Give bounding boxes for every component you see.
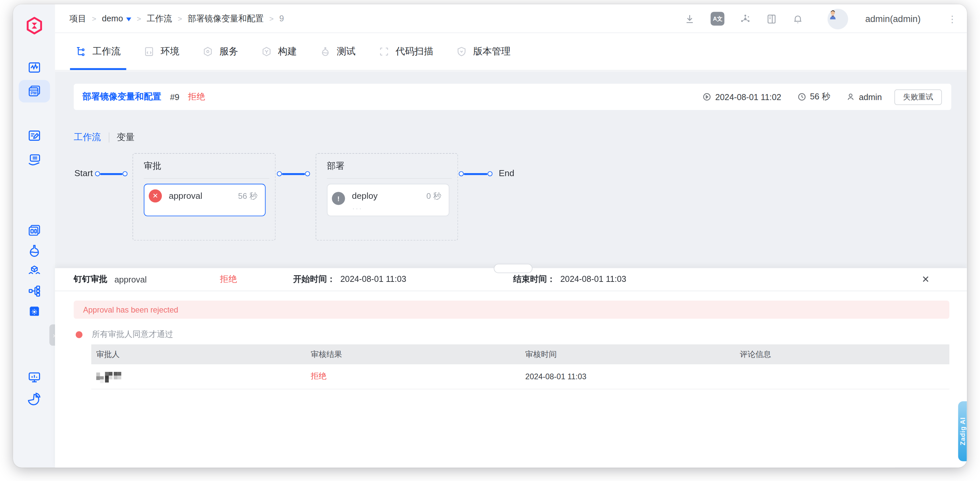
sidebar-item-delivery[interactable] (23, 149, 45, 171)
sidebar: PM (13, 4, 55, 467)
job-card-deploy[interactable]: ! deploy 0 秒 · · · (327, 184, 449, 216)
stage-divider (144, 178, 269, 179)
breadcrumb-separator: > (269, 14, 274, 23)
panel-end-time: 结束时间：2024-08-01 11:03 (513, 274, 626, 285)
environment-windows-icon (27, 224, 41, 237)
tab-services[interactable]: 服务 (202, 33, 238, 70)
col-time: 审核时间 (520, 349, 735, 360)
username-label[interactable]: admin(admin) (865, 14, 921, 24)
start-node-label: Start (75, 168, 93, 178)
error-alert: Approval has been rejected (74, 301, 949, 319)
integrations-icon[interactable] (740, 13, 751, 24)
test-flask-icon (320, 46, 331, 57)
sidebar-item-insight[interactable] (23, 366, 45, 389)
tab-version-management[interactable]: 版本管理 (456, 33, 511, 70)
package-hands-icon (27, 264, 41, 278)
breadcrumb-project-name[interactable]: demo (102, 14, 131, 23)
close-panel-icon[interactable]: ✕ (920, 274, 931, 285)
approval-rule-row: 所有审批人同意才通过 (76, 329, 173, 340)
stage-title: 审批 (144, 161, 161, 172)
panel-status: 拒绝 (220, 274, 237, 285)
job-duration: 0 秒 (426, 191, 441, 202)
workflow-tree-icon (76, 46, 86, 57)
failed-status-icon: ✕ (149, 190, 162, 202)
approval-type-label: 钉钉审批 (74, 274, 107, 285)
breadcrumb-separator: > (137, 14, 141, 23)
content-area: 部署镜像变量和配置 #9 拒绝 2024-08-01 11:02 56 秒 (55, 72, 967, 468)
job-name: deploy (352, 191, 378, 201)
tab-code-scan[interactable]: 代码扫描 (379, 33, 433, 70)
tab-environments[interactable]: 环境 (144, 33, 180, 70)
svg-text:PM: PM (30, 91, 37, 96)
tab-builds[interactable]: 构建 (261, 33, 297, 70)
monitor-chart-icon (27, 371, 41, 384)
sidebar-item-artifacts[interactable] (23, 260, 45, 282)
environment-code-icon (144, 46, 154, 57)
app-window: PM (13, 4, 967, 467)
sidebar-item-settings[interactable] (23, 300, 45, 322)
col-approver: 审批人 (91, 349, 306, 360)
job-subline-clipped: · · · (353, 205, 425, 210)
sidebar-item-pipelines[interactable] (23, 280, 45, 302)
connector (95, 171, 127, 176)
connector (277, 171, 310, 176)
pie-chart-icon (27, 392, 41, 406)
panel-start-time: 开始时间：2024-08-01 11:03 (293, 274, 406, 285)
top-actions: A文 admin(admin) ⋮ (684, 4, 957, 33)
stage-title: 部署 (327, 161, 344, 172)
activity-monitor-icon (27, 61, 41, 74)
app-stage: PM (0, 0, 980, 481)
zadig-ai-label: Zadig AI (959, 417, 966, 445)
more-menu-icon[interactable]: ⋮ (948, 14, 957, 23)
settings-gear-icon (27, 304, 41, 318)
tab-workflows[interactable]: 工作流 (76, 33, 121, 70)
time-cell: 2024-08-01 11:03 (520, 372, 735, 381)
job-name: approval (169, 191, 202, 201)
col-comment: 评论信息 (735, 349, 949, 360)
error-message: Approval has been rejected (83, 305, 178, 314)
user-avatar[interactable] (827, 8, 848, 29)
approver-cell (91, 370, 306, 382)
sidebar-item-reports[interactable] (23, 388, 45, 410)
stage-approval: 审批 ✕ approval 56 秒 (132, 153, 275, 240)
download-icon[interactable] (684, 13, 695, 24)
breadcrumb-workflows[interactable]: 工作流 (147, 13, 172, 24)
notification-bell-icon[interactable] (793, 13, 803, 24)
job-duration: 56 秒 (238, 191, 258, 202)
breadcrumb-separator: > (92, 14, 96, 23)
approver-redacted (96, 370, 121, 381)
stage-divider (327, 178, 452, 179)
sidebar-item-tests[interactable] (23, 239, 45, 262)
build-hexagon-icon (261, 46, 272, 57)
tab-tests[interactable]: 测试 (320, 33, 356, 70)
end-node-label: End (499, 168, 514, 178)
flask-icon (27, 244, 41, 258)
scan-brackets-icon (379, 46, 389, 57)
col-result: 审核结果 (306, 349, 520, 360)
stage-deploy: 部署 ! deploy 0 秒 · · · (315, 153, 458, 240)
main-area: 项目 > demo > 工作流 > 部署镜像变量和配置 > 9 A文 (55, 4, 967, 467)
top-bar: 项目 > demo > 工作流 > 部署镜像变量和配置 > 9 A文 (55, 4, 967, 33)
docs-icon[interactable] (767, 13, 777, 24)
sidebar-item-dashboard[interactable] (23, 56, 45, 79)
edit-document-icon (27, 129, 41, 142)
sidebar-item-projects[interactable]: PM (18, 80, 50, 102)
breadcrumb-projects[interactable]: 项目 (69, 13, 86, 24)
chevron-down-icon (126, 18, 131, 21)
table-row: 拒绝 2024-08-01 11:03 (91, 364, 950, 389)
project-tab-bar: 工作流 环境 服务 构建 测试 (55, 33, 967, 70)
result-cell: 拒绝 (306, 371, 520, 382)
table-header-row: 审批人 审核结果 审核时间 评论信息 (91, 344, 950, 364)
zadig-ai-badge[interactable]: Zadig AI (958, 401, 967, 461)
sidebar-item-release-plan[interactable] (23, 124, 45, 147)
approvers-table: 审批人 审核结果 审核时间 评论信息 (91, 344, 950, 389)
breadcrumb-workflow-name[interactable]: 部署镜像变量和配置 (188, 13, 264, 24)
sidebar-item-environments[interactable] (23, 220, 45, 242)
rejected-dot-icon (76, 331, 83, 338)
job-card-approval[interactable]: ✕ approval 56 秒 (144, 184, 266, 216)
language-switch-icon[interactable]: A文 (711, 12, 724, 25)
zadig-logo-icon[interactable] (25, 16, 43, 35)
job-detail-panel: 钉钉审批 approval 拒绝 开始时间：2024-08-01 11:03 结… (55, 268, 967, 468)
breadcrumb-run-number: 9 (279, 14, 284, 23)
breadcrumb: 项目 > demo > 工作流 > 部署镜像变量和配置 > 9 (55, 13, 284, 24)
